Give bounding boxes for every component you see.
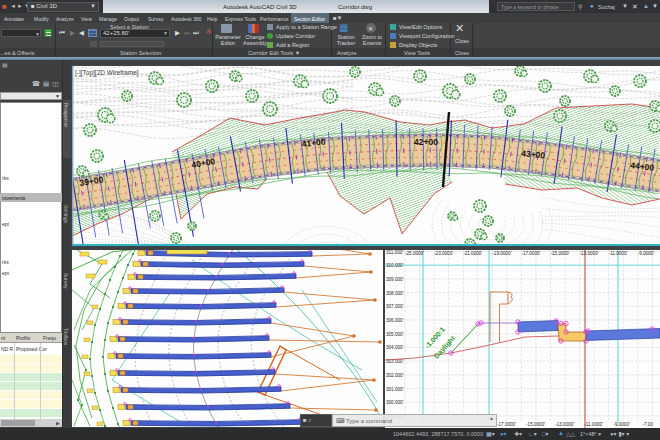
svg-text:42+00: 42+00 <box>414 137 438 147</box>
svg-text:-11.0000': -11.0000' <box>584 422 603 427</box>
svg-text:-13.0000': -13.0000' <box>580 251 599 256</box>
svg-text:-19.0000': -19.0000' <box>492 251 511 256</box>
svg-text:301.000': 301.000' <box>386 387 404 392</box>
svg-text:-11.0000': -11.0000' <box>609 251 628 256</box>
svg-text:-17.0000': -17.0000' <box>521 251 540 256</box>
svg-text:300.000': 300.000' <box>386 400 404 405</box>
svg-text:-21.0000': -21.0000' <box>463 251 482 256</box>
svg-text:-17.0000': -17.0000' <box>497 422 516 427</box>
svg-text:308.000': 308.000' <box>386 291 404 296</box>
svg-text:309.000': 309.000' <box>386 277 404 282</box>
svg-text:-15.0000': -15.0000' <box>526 422 545 427</box>
svg-text:307.000': 307.000' <box>386 304 404 309</box>
svg-text:310.000': 310.000' <box>386 263 404 268</box>
svg-text:-15.0000': -15.0000' <box>551 251 570 256</box>
svg-text:-9.0000': -9.0000' <box>613 422 630 427</box>
svg-text:304.000': 304.000' <box>386 345 404 350</box>
svg-text:-23.0000': -23.0000' <box>434 251 453 256</box>
svg-text:-9.0000': -9.0000' <box>638 251 655 256</box>
svg-text:[-][Top][2D Wireframe]: [-][Top][2D Wireframe] <box>75 69 139 77</box>
svg-text:302.000': 302.000' <box>386 373 404 378</box>
svg-text:305.000': 305.000' <box>386 332 404 337</box>
svg-text:-25.0000': -25.0000' <box>405 251 424 256</box>
svg-text:-7.00: -7.00 <box>643 422 654 427</box>
svg-text:-13.0000': -13.0000' <box>555 422 574 427</box>
svg-text:311.000': 311.000' <box>386 250 403 255</box>
svg-text:306.000': 306.000' <box>386 318 404 323</box>
